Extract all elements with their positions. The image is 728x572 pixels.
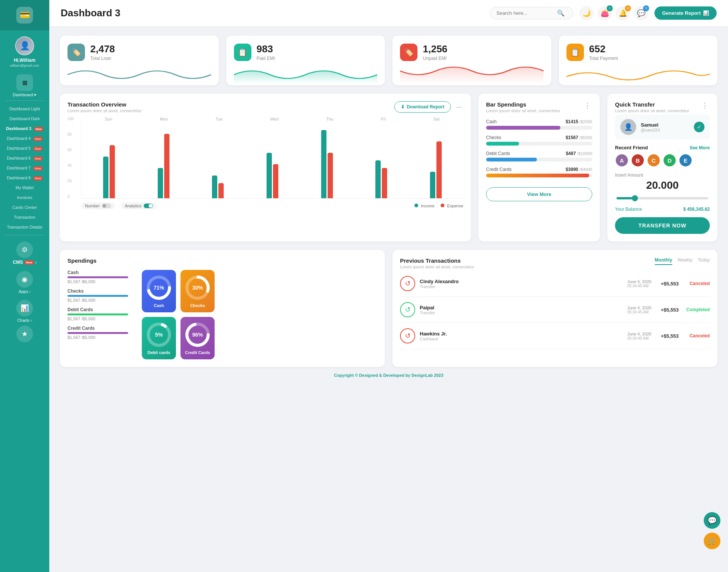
badge-new: New [33,137,42,141]
income-dot [414,204,418,207]
checks-bar [67,295,128,297]
trans-type-1: Transfer [420,310,623,315]
spending-list-credit: Credit Cards $1,567 /$5,000 [67,326,128,340]
total-loan-icon: 🏷️ [67,44,85,61]
search-input[interactable] [496,10,557,16]
qt-user-row: 👤 Samuel @sam224 ✓ [615,114,710,139]
float-support-btn[interactable]: 💬 [704,512,720,529]
sidebar-item-wallet[interactable]: My Wallet [0,183,49,193]
search-box[interactable]: 🔍 [490,7,573,19]
sidebar-item-cards[interactable]: Cards Center [0,202,49,212]
friend-avatar-0[interactable]: A [615,154,629,167]
trans-type-0: Transfer [420,284,623,289]
friend-avatar-3[interactable]: D [663,154,676,167]
bar-teal-4 [321,130,326,198]
sidebar-item-invoices[interactable]: Invoices [0,193,49,202]
total-payment-label: Total Payment [589,56,618,61]
apps-icon-btn[interactable]: ◉ [16,271,33,288]
trans-date-2: June 4, 2020 05:34:45 AM [627,332,651,340]
dashboard-label[interactable]: Dashboard ▾ [13,92,37,97]
sidebar-item-dashboard8[interactable]: Dashboard 8 New [0,173,49,183]
float-cart-btn[interactable]: 🛒 [704,533,720,549]
paid-emi-value: 983 [257,43,275,55]
unpaid-emi-icon: 🏷️ [400,44,417,61]
trans-type-2: Cashback [420,337,623,341]
friend-avatar-1[interactable]: B [631,154,645,167]
quick-transfer-more-btn[interactable]: ⋮ [700,101,710,110]
spendings-content: Cash $1,567 /$5,000 Checks $1,567 [67,270,377,359]
cms-badge: New [24,260,33,265]
qt-name: Samuel [641,122,660,128]
tab-today[interactable]: Today [698,257,710,265]
download-report-button[interactable]: ⬇ Download Report [394,101,451,113]
bar-group-5 [355,160,408,198]
sidebar-item-dashboard-dark[interactable]: Dashboard Dark [0,114,49,124]
cms-icon-btn[interactable]: ⚙ [16,241,33,258]
sidebar-item-dashboard3[interactable]: Dashboard 3 New [0,124,49,133]
search-icon: 🔍 [557,9,565,17]
see-more-link[interactable]: See More [690,145,710,150]
trans-status-0: Canceled [683,281,710,286]
bar-teal-5 [375,160,381,198]
content-area: 🏷️ 2,478 Total Loan 📋 983 Paid EMI [49,27,728,390]
generate-report-button[interactable]: Generate Report 📊 [654,6,717,20]
bar-red-3 [273,164,278,198]
sidebar-section-apps: ◉ Apps › [0,268,49,297]
trans-amount-0: +$5,553 [656,281,679,287]
apps-label[interactable]: Apps › [19,289,31,294]
bar-spendings-list: Cash $1415 /$2000 Checks [486,119,592,177]
cms-label-row[interactable]: CMS New › [13,260,36,265]
tab-monthly[interactable]: Monthly [655,257,672,265]
badge-new: New [33,157,42,161]
insert-amount-label: Insert Amount [615,172,710,178]
charts-label[interactable]: Charts › [17,318,32,323]
charts-icon-btn[interactable]: 📊 [16,300,33,317]
friend-avatar-4[interactable]: E [679,154,692,167]
sidebar-section-cms: ⚙ CMS New › [0,238,49,268]
balance-label: Your Balance [615,207,642,212]
chat-icon-btn[interactable]: 💬 5 [634,6,648,20]
friend-avatar-2[interactable]: C [647,154,661,167]
trans-icon-1: ↺ [400,302,415,317]
spending-list-cash: Cash $1,567 /$5,000 [67,270,128,284]
total-loan-wave [67,63,211,84]
footer-brand: DexignLab [411,373,433,378]
sidebar-item-transaction[interactable]: Transaction [0,212,49,222]
logo-icon[interactable]: 💳 [16,7,33,24]
svg-text:71%: 71% [154,285,165,291]
amount-slider-wrapper[interactable] [615,195,710,203]
sidebar-item-dashboard6[interactable]: Dashboard 6 New [0,153,49,163]
bar-spendings-more-btn[interactable]: ⋮ [582,101,592,110]
sidebar-email: william@gmail.com [10,64,39,67]
sidebar-user: 👤 Hi,William william@gmail.com [0,30,49,71]
dashboard-icon[interactable]: ⊞ [16,74,33,91]
bar-group-1 [138,134,190,198]
bar-teal-6 [430,172,435,198]
chat-badge: 5 [643,5,649,11]
spending-row-credit: Credit Cards $3890 /$4000 [486,167,592,177]
middle-grid: Transaction Overview Lorem ipsum dolor s… [60,94,717,241]
bar-red-2 [218,183,224,198]
view-more-button[interactable]: View More [486,187,592,201]
page-title: Dashboard 3 [61,7,490,19]
download-icon: ⬇ [401,104,405,110]
transfer-now-button[interactable]: TRANSFER NOW [615,217,710,234]
star-icon-btn[interactable]: ★ [16,326,33,342]
sidebar-username: Hi,William [14,58,35,63]
bar-teal-1 [158,168,163,198]
wallet-icon-btn[interactable]: 👛 2 [598,6,612,20]
theme-toggle-btn[interactable]: 🌙 [579,6,594,20]
sidebar-item-dashboard5[interactable]: Dashboard 5 New [0,143,49,153]
sidebar-item-dashboard4[interactable]: Dashboard 4 New [0,133,49,143]
y-axis-labels: 100806040200 [67,117,74,199]
badge-new: New [33,147,42,151]
tab-weekly[interactable]: Weekly [678,257,692,265]
donut-svg-credit: 96% [184,321,211,348]
expense-dot [441,204,444,207]
sidebar-item-transaction-details[interactable]: Transaction Details [0,222,49,232]
sidebar-item-dashboard7[interactable]: Dashboard 7 New [0,163,49,173]
bell-icon-btn[interactable]: 🔔 12 [616,6,630,20]
transaction-more-btn[interactable]: ··· [455,103,463,111]
sidebar-item-dashboard-light[interactable]: Dashboard Light [0,104,49,114]
prev-trans-title: Previous Transactions [400,257,474,264]
